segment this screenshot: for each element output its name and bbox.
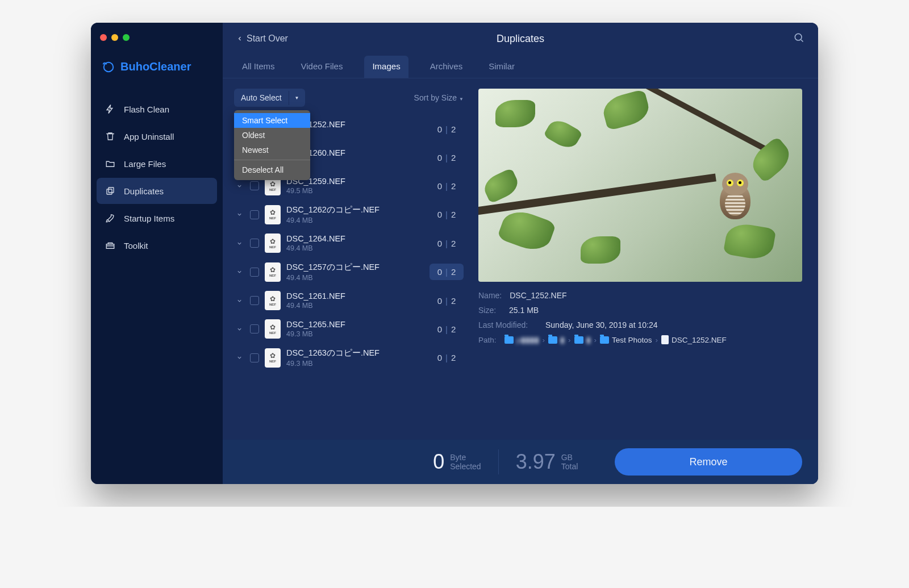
total-unit: GB [561, 453, 578, 462]
sidebar-item-startup-items[interactable]: Startup Items [97, 205, 217, 231]
remove-button[interactable]: Remove [615, 448, 802, 476]
file-size: 49.5 MB [286, 187, 424, 195]
duplicate-count[interactable]: 0|2 [430, 293, 464, 309]
path-segment-label: ▮ [586, 335, 591, 344]
duplicate-count[interactable]: 0|2 [430, 321, 464, 337]
chevron-down-icon[interactable] [234, 183, 244, 189]
meta-value-modified: Sunday, June 30, 2019 at 10:24 [545, 320, 657, 330]
sidebar-item-flash-clean[interactable]: Flash Clean [97, 96, 217, 122]
duplicate-count[interactable]: 0|2 [430, 235, 464, 252]
tab-archives[interactable]: Archives [426, 56, 468, 78]
chevron-down-icon[interactable] [234, 240, 244, 247]
search-button[interactable] [793, 32, 804, 45]
total-stat: 3.97 GB Total [516, 450, 578, 474]
file-metadata: Name: DSC_1252.NEF Size: 25.1 MB Last Mo… [478, 291, 802, 344]
chevron-down-icon[interactable] [234, 269, 244, 275]
meta-path: Path: p▮▮▮▮›▮›▮›Test Photos›DSC_1252.NEF [478, 335, 802, 344]
path-segment[interactable]: Test Photos [600, 336, 652, 344]
file-checkbox[interactable] [250, 210, 259, 219]
rocket-icon [105, 212, 116, 224]
back-button[interactable]: Start Over [236, 34, 288, 44]
file-row[interactable]: ✿NEF DSC_1265.NEF 49.3 MB 0|2 [234, 315, 469, 343]
app-window: BuhoCleaner Flash Clean App Uninstall La… [91, 23, 818, 484]
sidebar-item-label: Large Files [124, 159, 166, 169]
file-checkbox[interactable] [250, 324, 259, 333]
total-size: 3.97 [516, 450, 556, 474]
dropdown-item-oldest[interactable]: Oldest [234, 128, 310, 143]
app-name: BuhoCleaner [120, 60, 191, 73]
duplicate-count[interactable]: 0|2 [430, 349, 464, 366]
sort-button[interactable]: Sort by Size▼ [414, 93, 464, 102]
sidebar-item-toolkit[interactable]: Toolkit [97, 232, 217, 258]
chevron-down-icon[interactable]: ▼ [289, 91, 305, 105]
dropdown-divider [234, 160, 310, 160]
selected-count: 0 [433, 450, 444, 474]
file-row[interactable]: ✿NEF DSC_1262のコピー.NEF 49.4 MB 0|2 [234, 200, 469, 229]
file-checkbox[interactable] [250, 268, 259, 277]
image-preview [478, 89, 802, 282]
file-list-pane: Auto Select ▼ Sort by Size▼ Smart Select… [223, 78, 473, 440]
file-name: DSC_1263のコピー.NEF [286, 348, 424, 358]
sidebar-item-large-files[interactable]: Large Files [97, 151, 217, 177]
footer-bar: 0 Byte Selected 3.97 GB Total Remove [223, 440, 818, 484]
sidebar-item-label: Flash Clean [124, 105, 169, 114]
path-segment[interactable]: ▮ [574, 335, 591, 344]
path-segment[interactable]: ▮ [548, 335, 565, 344]
nef-file-icon: ✿NEF [265, 291, 281, 310]
chevron-down-icon[interactable] [234, 298, 244, 304]
minimize-window-button[interactable] [111, 34, 118, 41]
tab-similar[interactable]: Similar [484, 56, 519, 78]
duplicate-count[interactable]: 0|2 [430, 264, 464, 280]
file-checkbox[interactable] [250, 353, 259, 362]
chevron-down-icon[interactable] [234, 211, 244, 218]
tab-video-files[interactable]: Video Files [297, 56, 348, 78]
chevron-right-icon: › [568, 336, 571, 344]
path-segment-label: ▮ [560, 335, 565, 344]
sidebar: BuhoCleaner Flash Clean App Uninstall La… [91, 23, 223, 484]
tab-all-items[interactable]: All Items [237, 56, 280, 78]
sidebar-item-app-uninstall[interactable]: App Uninstall [97, 123, 217, 149]
nef-file-icon: ✿NEF [265, 348, 281, 368]
chevron-down-icon[interactable] [234, 355, 244, 361]
duplicate-count[interactable]: 0|2 [430, 206, 464, 223]
path-segment[interactable]: p▮▮▮▮ [504, 335, 539, 344]
sidebar-item-label: Toolkit [124, 241, 148, 251]
footer-divider [498, 449, 499, 474]
meta-label-path: Path: [478, 336, 501, 344]
file-row[interactable]: ✿NEF DSC_1263のコピー.NEF 49.3 MB 0|2 [234, 343, 469, 372]
sidebar-item-label: Duplicates [124, 186, 164, 196]
path-breadcrumb[interactable]: p▮▮▮▮›▮›▮›Test Photos›DSC_1252.NEF [504, 335, 727, 344]
svg-point-3 [795, 34, 802, 40]
search-icon [793, 32, 804, 43]
dropdown-item-smart-select[interactable]: Smart Select [234, 113, 310, 128]
list-toolbar: Auto Select ▼ Sort by Size▼ Smart Select… [234, 89, 473, 115]
tab-images[interactable]: Images [364, 56, 408, 78]
file-checkbox[interactable] [250, 181, 259, 190]
chevron-down-icon[interactable] [234, 326, 244, 332]
path-file[interactable]: DSC_1252.NEF [661, 335, 727, 344]
folder-icon [504, 336, 514, 344]
detail-pane: Name: DSC_1252.NEF Size: 25.1 MB Last Mo… [473, 78, 818, 440]
folder-icon [600, 336, 609, 344]
dropdown-item-newest[interactable]: Newest [234, 143, 310, 157]
duplicate-count[interactable]: 0|2 [430, 178, 464, 194]
lightning-icon [105, 103, 116, 115]
content-area: Auto Select ▼ Sort by Size▼ Smart Select… [223, 78, 818, 440]
selected-label: Selected [450, 462, 481, 471]
dropdown-item-deselect-all[interactable]: Deselect All [234, 162, 310, 177]
sidebar-item-duplicates[interactable]: Duplicates [97, 178, 217, 204]
sidebar-nav: Flash Clean App Uninstall Large Files Du… [91, 96, 223, 258]
file-checkbox[interactable] [250, 296, 259, 305]
file-size: 49.4 MB [286, 244, 424, 252]
file-row[interactable]: ✿NEF DSC_1261.NEF 49.4 MB 0|2 [234, 286, 469, 315]
logo-icon [102, 61, 115, 73]
file-row[interactable]: ✿NEF DSC_1257のコピー.NEF 49.4 MB 0|2 [234, 257, 469, 286]
maximize-window-button[interactable] [123, 34, 130, 41]
close-window-button[interactable] [100, 34, 107, 41]
file-row[interactable]: ✿NEF DSC_1264.NEF 49.4 MB 0|2 [234, 229, 469, 257]
duplicate-count[interactable]: 0|2 [430, 121, 464, 137]
file-size: 49.3 MB [286, 330, 424, 338]
auto-select-button[interactable]: Auto Select ▼ [234, 89, 305, 107]
duplicate-count[interactable]: 0|2 [430, 149, 464, 166]
file-checkbox[interactable] [250, 239, 259, 248]
